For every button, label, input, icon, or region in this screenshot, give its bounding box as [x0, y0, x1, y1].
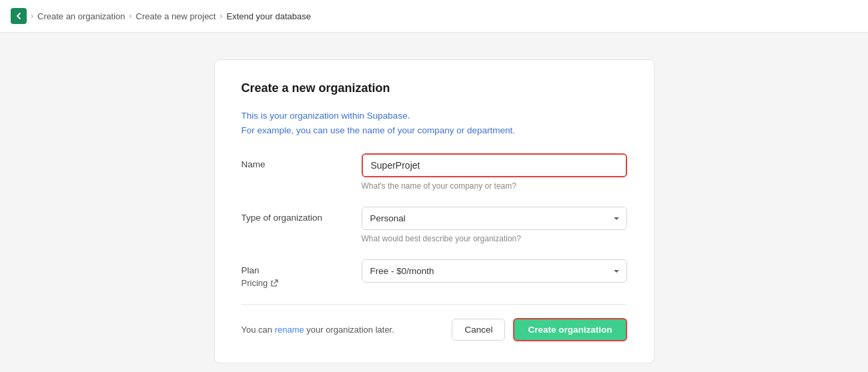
plan-label-container: Plan Pricing: [242, 259, 362, 288]
breadcrumb-item-org[interactable]: Create an organization: [37, 11, 125, 21]
description-line1: This is your organization within Supabas…: [242, 109, 627, 123]
plan-field-container: Free - $0/month Pro - $25/month Team - $…: [362, 259, 627, 283]
create-org-card: Create a new organization This is your o…: [214, 59, 655, 363]
org-type-hint: What would best describe your organizati…: [362, 234, 627, 243]
name-hint: What's the name of your company or team?: [362, 181, 627, 191]
cancel-button[interactable]: Cancel: [452, 319, 505, 341]
rename-link[interactable]: rename: [275, 325, 304, 335]
card-description: This is your organization within Supabas…: [242, 109, 627, 137]
org-type-field-container: Personal Company Agency Education What w…: [362, 207, 627, 243]
pricing-link[interactable]: Pricing: [242, 278, 362, 288]
plan-label: Plan: [242, 265, 362, 275]
plan-select[interactable]: Free - $0/month Pro - $25/month Team - $…: [362, 259, 627, 283]
breadcrumb-sep-1: ›: [31, 11, 33, 21]
org-type-select[interactable]: Personal Company Agency Education: [362, 207, 627, 230]
breadcrumb: › Create an organization › Create a new …: [0, 0, 868, 33]
name-label: Name: [242, 153, 362, 169]
org-type-field-row: Type of organization Personal Company Ag…: [242, 207, 627, 243]
create-org-button[interactable]: Create organization: [513, 318, 626, 341]
pricing-label: Pricing: [242, 278, 268, 288]
footer-row: You can rename your organization later. …: [242, 318, 627, 341]
footer-text: You can rename your organization later.: [242, 325, 394, 335]
footer-suffix: your organization later.: [304, 325, 394, 335]
footer-prefix: You can: [242, 325, 275, 335]
card-title: Create a new organization: [242, 81, 627, 95]
name-field-container: What's the name of your company or team?: [362, 153, 627, 191]
name-input[interactable]: [363, 155, 626, 176]
breadcrumb-sep-2: ›: [129, 11, 132, 21]
breadcrumb-item-extend: Extend your database: [226, 11, 310, 21]
name-field-row: Name What's the name of your company or …: [242, 153, 627, 191]
main-content: Create a new organization This is your o…: [0, 33, 868, 372]
name-input-wrapper: [362, 153, 627, 177]
external-link-icon: [270, 279, 278, 287]
plan-field-row: Plan Pricing Free - $0/month Pro - $25/m…: [242, 259, 627, 288]
org-type-label: Type of organization: [242, 207, 362, 223]
plan-select-wrapper: Free - $0/month Pro - $25/month Team - $…: [362, 259, 627, 283]
divider: [242, 304, 627, 305]
breadcrumb-item-project[interactable]: Create a new project: [136, 11, 216, 21]
back-button[interactable]: [11, 8, 27, 24]
description-line2: For example, you can use the name of you…: [242, 123, 627, 138]
org-type-select-wrapper: Personal Company Agency Education: [362, 207, 627, 230]
breadcrumb-sep-3: ›: [220, 11, 222, 21]
